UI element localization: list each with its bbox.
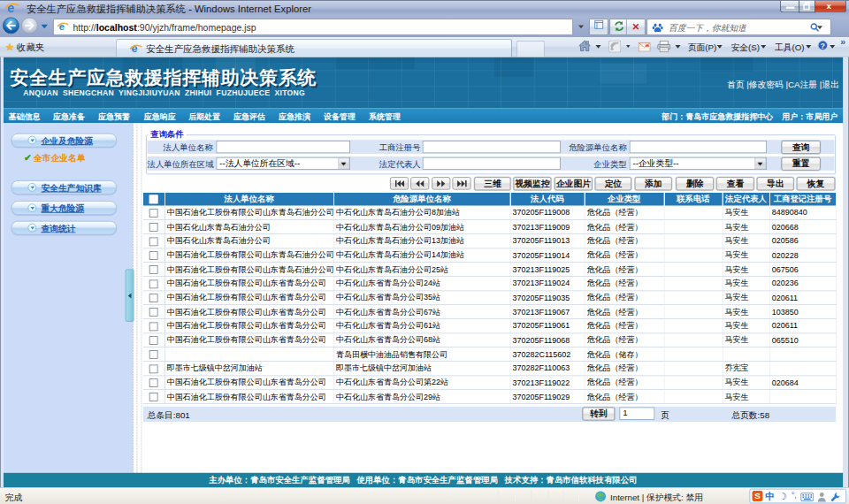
svg-text:?: ? [821, 42, 825, 50]
